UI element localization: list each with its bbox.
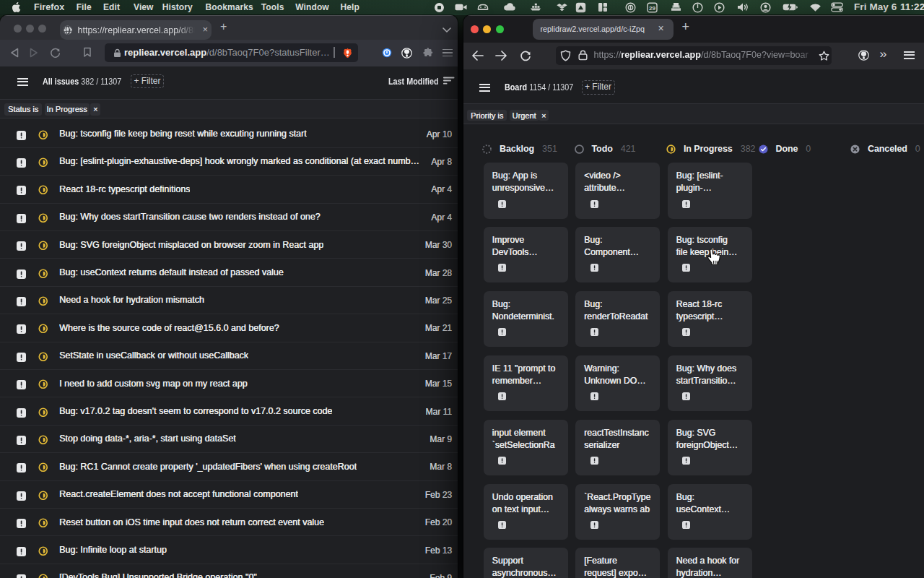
svg-text:29: 29 (649, 4, 655, 11)
